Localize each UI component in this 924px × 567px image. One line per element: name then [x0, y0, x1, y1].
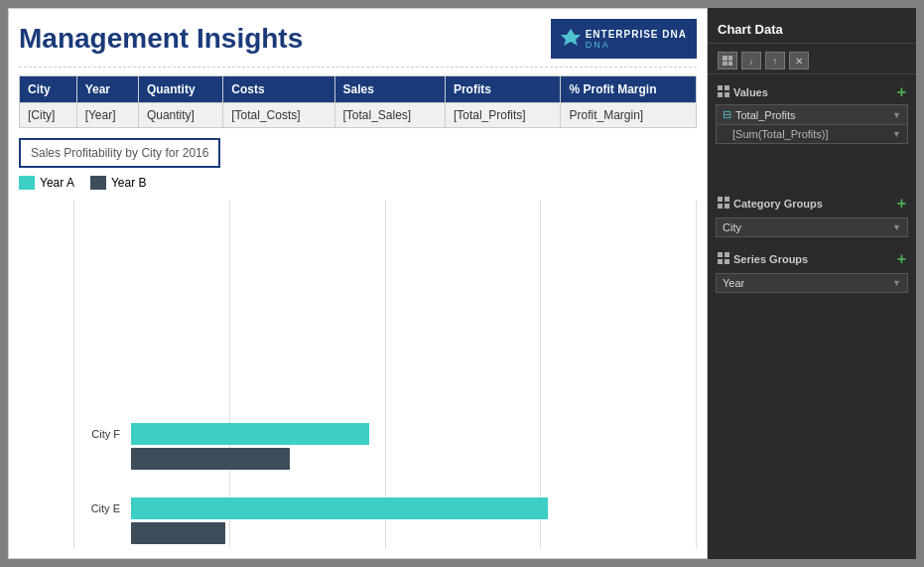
bar-row-e-b	[73, 522, 697, 544]
svg-rect-7	[718, 204, 723, 209]
cell-quantity: Quantity]	[138, 103, 222, 128]
values-empty-area	[708, 144, 916, 184]
values-section: Values + ⊟ Total_Profits ▼ [Sum(Total_Pr…	[708, 80, 916, 184]
bar-row-f-a: City F	[73, 423, 697, 445]
values-fields: ⊟ Total_Profits ▼ [Sum(Total_Profits)] ▼	[716, 104, 908, 144]
chart-rows: City F	[73, 423, 697, 548]
category-section: Category Groups + City ▼	[708, 192, 916, 239]
bar-city-e-year-b	[131, 522, 225, 544]
chart-legend: Year A Year B	[19, 176, 697, 190]
series-section-header: Series Groups +	[708, 247, 916, 271]
bar-row-f-b	[73, 448, 697, 470]
city-group-e: City E	[73, 497, 697, 544]
col-city: City	[20, 76, 77, 103]
legend-color-year-b	[90, 176, 106, 190]
series-label: Series Groups	[733, 253, 808, 265]
category-section-title: Category Groups	[718, 197, 823, 211]
category-label: Category Groups	[733, 198, 823, 210]
values-sub-dropdown-arrow: ▼	[892, 129, 901, 139]
data-table: City Year Quantity Costs Sales Profits %…	[19, 75, 697, 128]
col-year: Year	[76, 76, 138, 103]
svg-rect-9	[718, 252, 723, 257]
bar-city-f-year-b	[131, 448, 290, 470]
legend-label-year-a: Year A	[40, 176, 74, 190]
series-add-btn[interactable]: +	[897, 251, 906, 267]
svg-rect-8	[725, 204, 729, 209]
legend-label-year-b: Year B	[111, 176, 147, 190]
category-grid-icon	[718, 197, 729, 211]
cell-profits: [Total_Profits]	[445, 103, 561, 128]
svg-rect-3	[718, 92, 723, 97]
legend-color-year-a	[19, 176, 35, 190]
svg-rect-10	[725, 252, 729, 257]
table-row: [City] [Year] Quantity] [Total_Costs] [T…	[20, 103, 697, 128]
series-section: Series Groups + Year ▼	[708, 247, 916, 295]
col-sales: Sales	[334, 76, 445, 103]
sidebar-toolbar: ↓ ↑ ✕	[708, 48, 916, 74]
values-section-title: Values	[718, 85, 768, 99]
spacer	[73, 478, 697, 490]
col-costs: Costs	[223, 76, 334, 103]
logo-text-block: ENTERPRISE DNA DNA	[586, 29, 687, 50]
values-field-sub: [Sum(Total_Profits)]	[732, 128, 892, 140]
values-dropdown-arrow: ▼	[892, 110, 901, 120]
logo-brand: ENTERPRISE DNA	[586, 29, 687, 40]
values-field-row[interactable]: ⊟ Total_Profits ▼	[717, 105, 907, 125]
values-field-name: Total_Profits	[735, 109, 892, 121]
values-section-header: Values +	[708, 80, 916, 104]
values-subrow[interactable]: [Sum(Total_Profits)] ▼	[717, 125, 907, 143]
report-title: Management Insights	[19, 23, 303, 55]
bar-city-e-year-a	[131, 497, 548, 519]
col-profit-margin: % Profit Margin	[561, 76, 697, 103]
svg-rect-4	[725, 92, 729, 97]
category-section-header: Category Groups +	[708, 192, 916, 215]
cell-costs: [Total_Costs]	[223, 103, 334, 128]
svg-marker-0	[561, 29, 581, 46]
svg-rect-5	[718, 197, 723, 202]
svg-rect-6	[725, 197, 729, 202]
legend-year-b: Year B	[90, 176, 147, 190]
table-header-row: City Year Quantity Costs Sales Profits %…	[20, 76, 697, 103]
svg-rect-12	[725, 259, 729, 264]
main-container: Management Insights ENTERPRISE DNA DNA C…	[0, 0, 924, 567]
category-field[interactable]: City ▼	[716, 217, 908, 237]
svg-rect-1	[718, 85, 723, 90]
field-icon-table: ⊟	[723, 108, 731, 121]
toolbar-delete-btn[interactable]: ✕	[789, 52, 809, 70]
sidebar-header: Chart Data	[708, 16, 916, 44]
category-add-btn[interactable]: +	[897, 196, 906, 212]
city-label-f: City F	[73, 428, 125, 440]
city-label-e: City E	[73, 502, 125, 514]
legend-year-a: Year A	[19, 176, 74, 190]
logo-box: ENTERPRISE DNA DNA	[551, 19, 697, 59]
series-grid-icon	[718, 252, 729, 266]
cell-year: [Year]	[76, 103, 138, 128]
values-add-btn[interactable]: +	[897, 84, 906, 100]
category-field-name: City	[723, 221, 741, 233]
report-area: Management Insights ENTERPRISE DNA DNA C…	[8, 8, 708, 559]
bar-row-e-a: City E	[73, 497, 697, 519]
chart-title: Sales Profitability by City for 2016	[19, 138, 220, 168]
series-dropdown-arrow: ▼	[892, 278, 901, 288]
col-quantity: Quantity	[138, 76, 222, 103]
header-section: Management Insights ENTERPRISE DNA DNA	[19, 19, 697, 68]
chart-section: Sales Profitability by City for 2016 Yea…	[19, 138, 697, 548]
bar-city-f-year-a	[131, 423, 369, 445]
toolbar-grid-btn[interactable]	[718, 52, 737, 70]
svg-rect-2	[725, 85, 729, 90]
series-field[interactable]: Year ▼	[716, 273, 908, 293]
svg-rect-11	[718, 259, 723, 264]
toolbar-down-btn[interactable]: ↓	[741, 52, 761, 70]
values-label: Values	[733, 86, 768, 98]
city-group-f: City F	[73, 423, 697, 470]
cell-sales: [Total_Sales]	[334, 103, 445, 128]
series-section-title: Series Groups	[718, 252, 808, 266]
logo-sub: DNA	[586, 40, 687, 50]
toolbar-up-btn[interactable]: ↑	[765, 52, 785, 70]
cell-profit-margin: Profit_Margin]	[561, 103, 697, 128]
category-dropdown-arrow: ▼	[892, 222, 901, 232]
sidebar: Chart Data ↓ ↑ ✕ V	[708, 8, 916, 559]
series-field-name: Year	[723, 277, 744, 289]
col-profits: Profits	[445, 76, 561, 103]
chart-area: City F	[19, 200, 697, 548]
